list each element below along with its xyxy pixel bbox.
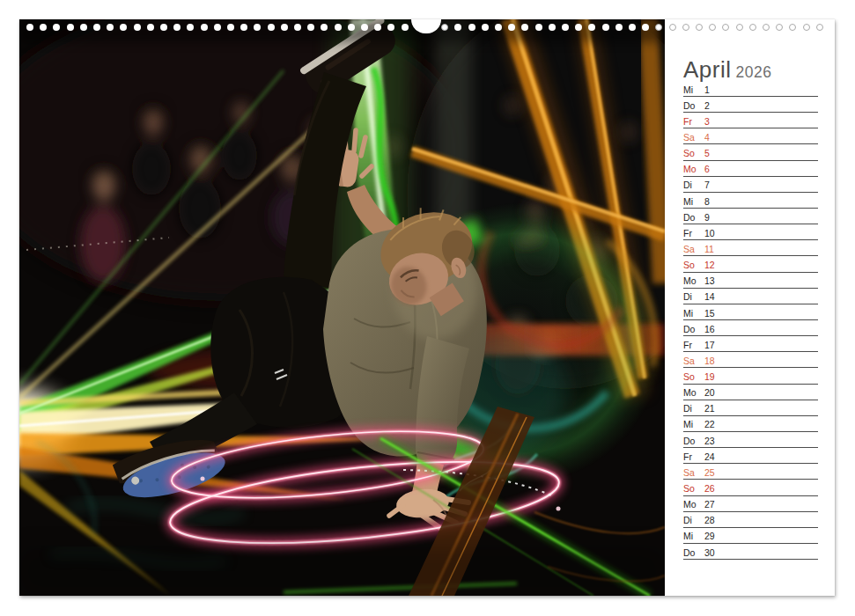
day-number: 27 [704, 500, 715, 510]
day-row-21: Di21 [683, 400, 818, 416]
day-row-5: So5 [683, 144, 818, 160]
day-row-8: Mi8 [683, 193, 818, 209]
day-row-19: So19 [683, 368, 818, 384]
binding-hole [26, 24, 33, 31]
weekday-abbr: So [683, 260, 704, 270]
binding-hole [80, 24, 87, 31]
day-row-16: Do16 [683, 320, 818, 336]
day-number: 22 [704, 420, 715, 429]
calendar-page: April2026 Mi1Do2Fr3Sa4So5Mo6Di7Mi8Do9Fr1… [0, 0, 855, 616]
day-number: 29 [704, 532, 715, 541]
day-number: 12 [704, 260, 715, 270]
binding-hole [227, 24, 234, 31]
day-number: 18 [704, 356, 715, 366]
binding-hole [562, 24, 569, 31]
weekday-abbr: Sa [683, 356, 704, 366]
binding-hole [402, 24, 409, 31]
day-row-15: Mi15 [683, 304, 818, 320]
day-row-22: Mi22 [683, 416, 818, 432]
binding-hole [709, 24, 716, 31]
day-number: 8 [704, 197, 710, 207]
day-number: 6 [704, 165, 710, 174]
breakdancer-photo [19, 19, 665, 596]
day-number: 21 [704, 404, 715, 414]
binding-hole [535, 24, 542, 31]
weekday-abbr: Mi [683, 309, 704, 319]
weekday-abbr: So [683, 484, 704, 494]
day-number: 4 [704, 133, 710, 143]
weekday-abbr: Di [683, 180, 704, 190]
binding-hole [40, 24, 47, 31]
weekday-abbr: Fr [683, 117, 704, 127]
day-row-12: So12 [683, 256, 818, 272]
day-row-18: Sa18 [683, 352, 818, 368]
day-number: 25 [704, 468, 715, 478]
day-row-6: Mo6 [683, 161, 818, 177]
weekday-abbr: Sa [683, 468, 704, 478]
month-name: April [683, 56, 732, 83]
weekday-abbr: Di [683, 404, 704, 414]
day-row-24: Fr24 [683, 448, 818, 464]
day-number: 15 [704, 309, 715, 319]
weekday-abbr: Mo [683, 276, 704, 286]
binding-hole [696, 24, 703, 31]
binding-hole [187, 24, 194, 31]
weekday-abbr: Do [683, 325, 704, 334]
weekday-abbr: Do [683, 436, 704, 446]
day-row-17: Fr17 [683, 336, 818, 352]
weekday-abbr: Di [683, 516, 704, 525]
day-number: 10 [704, 229, 715, 238]
binding-hole [454, 24, 461, 31]
weekday-abbr: Do [683, 213, 704, 223]
weekday-abbr: Mi [683, 420, 704, 429]
weekday-abbr: Sa [683, 133, 704, 143]
day-row-27: Mo27 [683, 496, 818, 512]
binding-hole [736, 24, 743, 31]
binding-hole [468, 24, 475, 31]
day-row-23: Do23 [683, 432, 818, 448]
day-row-11: Sa11 [683, 240, 818, 256]
weekday-abbr: So [683, 372, 704, 382]
binding-hole [307, 24, 314, 31]
day-number: 9 [704, 213, 710, 223]
month-title: April2026 [683, 58, 771, 81]
binding-hole [160, 24, 167, 31]
binding-hole [107, 24, 114, 31]
binding-hole [441, 24, 448, 31]
binding-hole [615, 24, 623, 31]
binding-hole [120, 24, 127, 31]
day-row-25: Sa25 [683, 464, 818, 480]
day-row-13: Mo13 [683, 273, 818, 289]
binding-hole [134, 24, 141, 31]
day-row-29: Mi29 [683, 528, 818, 544]
binding-hole [549, 24, 556, 31]
binding-hole [508, 24, 515, 31]
day-number: 3 [704, 117, 710, 127]
binding-hole [655, 24, 662, 31]
weekday-abbr: Do [683, 101, 704, 111]
binding-hole [254, 24, 261, 31]
calendar-sheet: April2026 Mi1Do2Fr3Sa4So5Mo6Di7Mi8Do9Fr1… [19, 19, 835, 596]
binding-hole [281, 24, 288, 31]
binding-hole [348, 24, 355, 31]
binding-hole [214, 24, 221, 31]
date-rows: Mi1Do2Fr3Sa4So5Mo6Di7Mi8Do9Fr10Sa11So12M… [683, 81, 818, 560]
day-number: 28 [704, 516, 715, 525]
day-number: 23 [704, 436, 715, 446]
binding-hole [588, 24, 595, 31]
day-row-7: Di7 [683, 177, 818, 193]
weekday-abbr: Do [683, 548, 704, 558]
binding-hole [53, 24, 60, 31]
binding-hole [201, 24, 208, 31]
weekday-abbr: Di [683, 292, 704, 302]
binding-hole [387, 24, 394, 31]
binding-hole [803, 24, 810, 31]
day-number: 19 [704, 372, 715, 382]
binding-hole [763, 24, 770, 31]
weekday-abbr: Mo [683, 165, 704, 174]
binding-hole [240, 24, 247, 31]
day-number: 2 [704, 101, 710, 111]
weekday-abbr: Sa [683, 245, 704, 254]
day-row-20: Mo20 [683, 385, 818, 400]
binding-hole [816, 24, 823, 31]
